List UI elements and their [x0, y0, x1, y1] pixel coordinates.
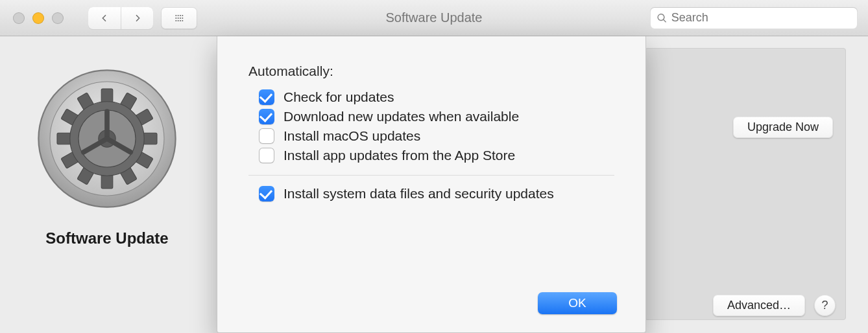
help-button[interactable]: ?: [814, 295, 836, 316]
svg-point-4: [175, 17, 176, 18]
search-input[interactable]: [671, 11, 851, 25]
svg-point-6: [180, 17, 181, 18]
ok-button[interactable]: OK: [538, 292, 617, 314]
svg-point-3: [182, 14, 183, 16]
checkbox-install-security[interactable]: [259, 186, 274, 201]
chevron-left-icon: [99, 13, 110, 23]
checkbox-install-macos[interactable]: [259, 128, 274, 144]
right-panel-background: [645, 48, 846, 320]
chevron-right-icon: [132, 13, 143, 23]
window-minimize-button[interactable]: [32, 12, 44, 24]
sheet-heading: Automatically:: [248, 63, 614, 79]
advanced-button[interactable]: Advanced…: [713, 295, 805, 316]
preference-title: Software Update: [45, 229, 168, 247]
option-label: Install system data files and security u…: [283, 186, 554, 201]
svg-point-10: [180, 19, 181, 21]
window-zoom-button[interactable]: [52, 12, 64, 24]
option-install-appstore[interactable]: Install app updates from the App Store: [259, 148, 614, 163]
forward-button[interactable]: [121, 7, 153, 29]
search-field[interactable]: [650, 7, 858, 29]
preference-header: Software Update: [0, 36, 214, 333]
option-label: Install app updates from the App Store: [283, 148, 515, 163]
traffic-lights: [13, 12, 64, 24]
option-download-updates[interactable]: Download new updates when available: [259, 109, 614, 124]
svg-point-11: [182, 19, 183, 21]
checkbox-check-updates[interactable]: [259, 89, 274, 105]
footer-button-row: Advanced… ?: [713, 295, 836, 316]
svg-point-0: [175, 14, 176, 16]
content-area: Software Update Upgrade Now Advanced… ? …: [0, 36, 868, 333]
svg-point-8: [175, 19, 176, 21]
option-label: Download new updates when available: [283, 109, 519, 124]
svg-point-7: [182, 17, 183, 18]
option-label: Install macOS updates: [283, 128, 420, 144]
option-install-macos[interactable]: Install macOS updates: [259, 128, 614, 144]
option-label: Check for updates: [283, 89, 394, 105]
separator: [248, 175, 614, 176]
option-install-security[interactable]: Install system data files and security u…: [259, 186, 614, 201]
upgrade-now-button[interactable]: Upgrade Now: [733, 117, 833, 138]
svg-point-2: [180, 14, 181, 16]
checkbox-download-updates[interactable]: [259, 109, 274, 124]
sheet-button-row: OK: [538, 292, 617, 314]
option-check-updates[interactable]: Check for updates: [259, 89, 614, 105]
search-icon: [657, 12, 668, 24]
svg-point-9: [178, 19, 179, 21]
svg-point-5: [178, 17, 179, 18]
window-close-button[interactable]: [13, 12, 25, 24]
checkbox-install-appstore[interactable]: [259, 148, 274, 163]
show-all-button[interactable]: [161, 7, 197, 29]
grid-icon: [174, 13, 184, 23]
history-nav: [88, 7, 197, 29]
advanced-options-sheet: Automatically: Check for updates Downloa…: [217, 36, 646, 333]
back-button[interactable]: [88, 7, 121, 29]
software-update-icon: [36, 67, 178, 210]
titlebar: Software Update: [0, 0, 868, 36]
svg-point-1: [178, 14, 179, 16]
